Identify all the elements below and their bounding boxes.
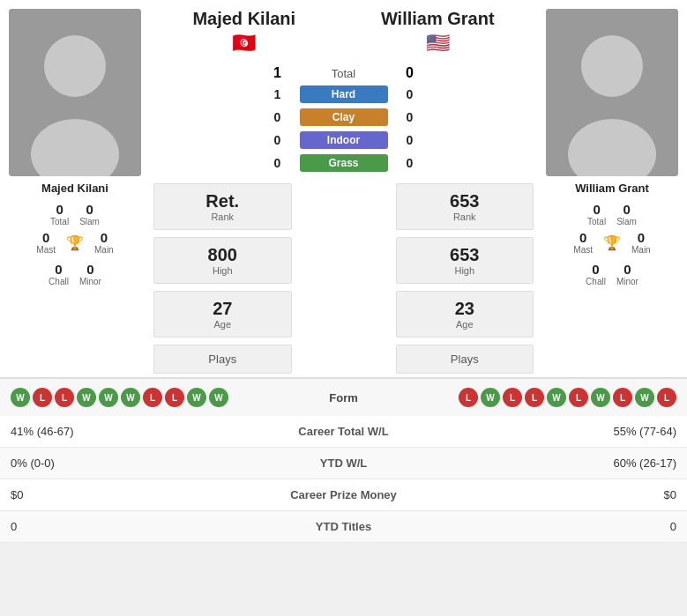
player-left-mast: 0 Mast (36, 230, 56, 255)
left-flag: 🇹🇳 (192, 32, 295, 55)
left-player-header: Majed Kilani 🇹🇳 (192, 9, 295, 55)
form-left-badge-1: L (33, 388, 52, 407)
stats-left-1: 0% (0-0) (0, 448, 241, 479)
stats-right-3: 0 (446, 511, 687, 543)
left-clay-score: 0 (256, 110, 300, 124)
left-indoor-score: 0 (256, 133, 300, 147)
clay-badge: Clay (300, 108, 388, 126)
player-left-column: Majed Kilani 0 Total 0 Slam 0 Mast 🏆 (0, 0, 150, 377)
right-details: 653 Rank 653 High 23 Age Plays (392, 180, 538, 377)
stats-label-1: YTD W/L (241, 448, 447, 479)
trophy-right-icon: 🏆 (603, 234, 621, 251)
form-left-badge-6: L (143, 388, 162, 407)
right-age-val: 23 (404, 299, 526, 319)
player-left-mast-row: 0 Mast 🏆 0 Main (36, 230, 113, 255)
left-age-val: 27 (161, 299, 284, 319)
player-left-total: 0 Total (50, 202, 69, 226)
surface-row-hard: 1 Hard 0 (150, 83, 537, 106)
form-left-badge-8: W (187, 388, 206, 407)
score-total-row: 1 Total 0 (150, 60, 537, 83)
grass-badge: Grass (300, 154, 388, 172)
left-total-score: 1 (256, 65, 300, 81)
middle-detail-area: Ret. Rank 800 High 27 Age Plays (150, 180, 537, 377)
left-high-box: 800 High (153, 237, 292, 284)
hard-badge: Hard (300, 85, 388, 103)
player-right-mast-row: 0 Mast 🏆 0 Main (573, 230, 650, 255)
form-right-badges: LWLLWLWLWL (459, 388, 676, 407)
form-left-badges: WLLWWWLLWW (11, 388, 228, 407)
right-header-name: William Grant (381, 9, 495, 29)
stats-row-0: 41% (46-67) Career Total W/L 55% (77-64) (0, 416, 687, 448)
left-age-box: 27 Age (153, 291, 292, 338)
right-age-lbl: Age (404, 319, 526, 330)
right-rank-lbl: Rank (404, 212, 526, 222)
form-left-badge-0: W (11, 388, 30, 407)
stats-label-0: Career Total W/L (241, 416, 447, 448)
surface-row-grass: 0 Grass 0 (150, 152, 537, 174)
middle-spacer (295, 180, 392, 377)
form-left-badge-7: L (165, 388, 184, 407)
left-rank-val: Ret. (161, 191, 284, 212)
stats-label-3: YTD Titles (241, 511, 447, 543)
left-hard-score: 1 (256, 87, 300, 101)
right-plays-lbl: Plays (404, 353, 526, 366)
player-left-minor: 0 Minor (79, 262, 101, 286)
player-left-slam: 0 Slam (79, 202, 100, 226)
right-age-box: 23 Age (396, 291, 534, 338)
svg-point-1 (44, 35, 106, 97)
right-high-val: 653 (404, 245, 526, 265)
middle-column: Majed Kilani 🇹🇳 William Grant 🇺🇸 1 Total… (150, 0, 537, 377)
left-age-lbl: Age (161, 319, 284, 330)
stats-table: 41% (46-67) Career Total W/L 55% (77-64)… (0, 416, 687, 543)
right-grass-score: 0 (388, 156, 432, 170)
form-right-badge-0: L (459, 388, 478, 407)
player-left-chall: 0 Chall (49, 262, 69, 286)
right-hard-score: 0 (388, 87, 432, 101)
form-label: Form (309, 391, 379, 404)
form-section: WLLWWWLLWW Form LWLLWLWLWL (0, 378, 687, 416)
form-right-badge-7: L (613, 388, 632, 407)
form-left-badge-3: W (77, 388, 96, 407)
stats-row-1: 0% (0-0) YTD W/L 60% (26-17) (0, 448, 687, 479)
form-right-badge-9: L (657, 388, 676, 407)
stats-right-1: 60% (26-17) (446, 448, 687, 479)
form-right-badge-1: W (481, 388, 500, 407)
trophy-left-icon: 🏆 (66, 234, 84, 251)
player-right-total: 0 Total (587, 202, 606, 226)
surface-rows: 1 Hard 0 0 Clay 0 0 Indoor 0 0 Grass 0 (150, 83, 537, 174)
surface-row-clay: 0 Clay 0 (150, 106, 537, 129)
form-right-badge-4: W (547, 388, 566, 407)
surface-row-indoor: 0 Indoor 0 (150, 129, 537, 152)
player-left-stats-row1: 0 Total 0 Slam (50, 202, 100, 226)
left-plays-lbl: Plays (161, 353, 284, 366)
main-container: Majed Kilani 0 Total 0 Slam 0 Mast 🏆 (0, 0, 687, 543)
right-indoor-score: 0 (388, 133, 432, 147)
player-left-avatar (9, 9, 141, 176)
stats-row-2: $0 Career Prize Money $0 (0, 479, 687, 511)
right-rank-val: 653 (404, 191, 526, 212)
form-right-badge-8: W (635, 388, 654, 407)
player-right-chall: 0 Chall (586, 262, 606, 286)
indoor-badge: Indoor (300, 131, 388, 149)
stats-right-0: 55% (77-64) (446, 416, 687, 448)
left-rank-box: Ret. Rank (153, 183, 292, 230)
right-plays-box: Plays (396, 345, 534, 374)
left-details: Ret. Rank 800 High 27 Age Plays (150, 180, 295, 377)
left-header-name: Majed Kilani (192, 9, 295, 29)
form-left-badge-4: W (99, 388, 118, 407)
form-right-badge-5: L (569, 388, 588, 407)
player-right-stats-row3: 0 Chall 0 Minor (586, 262, 638, 286)
left-plays-box: Plays (153, 345, 292, 374)
form-right-badge-6: W (591, 388, 610, 407)
right-flag: 🇺🇸 (381, 32, 495, 55)
player-right-mast: 0 Mast (573, 230, 593, 255)
form-left-badge-5: W (121, 388, 140, 407)
form-left-badge-2: L (55, 388, 74, 407)
form-right-badge-2: L (503, 388, 522, 407)
player-right-slam: 0 Slam (616, 202, 637, 226)
svg-point-4 (581, 35, 643, 97)
player-right-main: 0 Main (631, 230, 651, 255)
left-high-val: 800 (161, 245, 284, 265)
right-rank-box: 653 Rank (396, 183, 534, 230)
right-player-header: William Grant 🇺🇸 (381, 9, 495, 55)
